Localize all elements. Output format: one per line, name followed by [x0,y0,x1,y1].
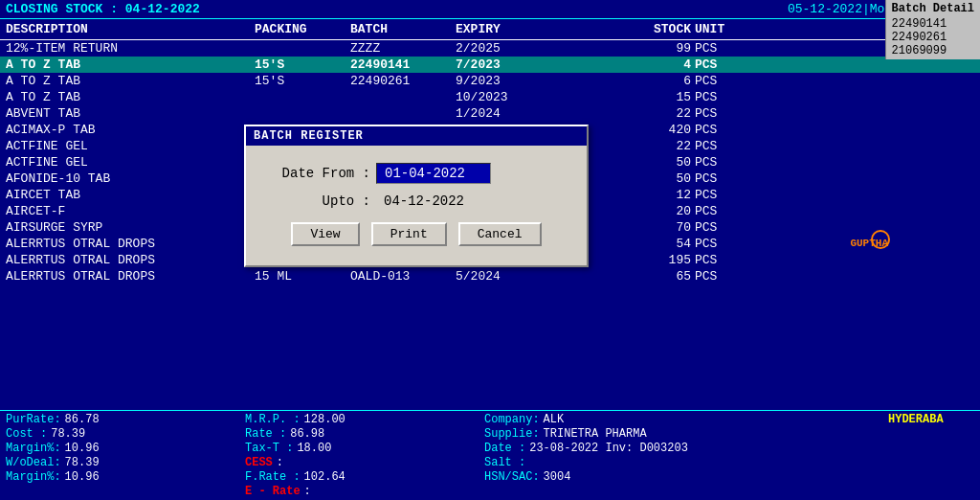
modal-buttons: View Print Cancel [265,222,568,254]
modal-body: Date From : 01-04-2022 Upto : 04-12-2022… [246,146,587,265]
cancel-button[interactable]: Cancel [458,222,542,246]
upto-label: Upto : [265,193,370,209]
date-from-label: Date From : [265,166,370,181]
view-button[interactable]: View [291,222,359,246]
date-from-value[interactable]: 01-04-2022 [376,163,491,184]
batch-register-modal: BATCH REGISTER Date From : 01-04-2022 Up… [244,125,589,267]
modal-overlay: BATCH REGISTER Date From : 01-04-2022 Up… [0,0,980,500]
upto-row: Upto : 04-12-2022 [265,192,568,211]
upto-value[interactable]: 04-12-2022 [376,192,491,211]
date-from-row: Date From : 01-04-2022 [265,163,568,184]
print-button[interactable]: Print [371,222,447,246]
modal-title: BATCH REGISTER [246,126,587,146]
